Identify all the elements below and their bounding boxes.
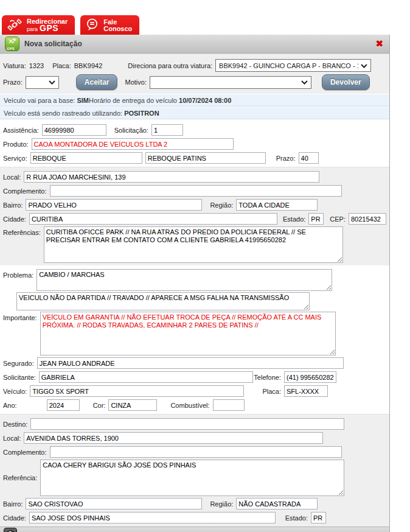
dest-estado-input[interactable] <box>311 512 326 523</box>
origin-complemento-row: Complemento: <box>3 184 386 197</box>
solicitante-label: Solicitante: <box>3 374 36 381</box>
problema-label: Problema: <box>3 269 33 279</box>
telefone-input[interactable] <box>284 371 336 383</box>
chat-icon <box>85 18 99 33</box>
origin-bairro-input[interactable] <box>26 199 202 211</box>
origin-cep-label: CEP: <box>330 215 346 223</box>
dest-cidade-label: Cidade: <box>3 514 26 522</box>
motivo-label: Motivo: <box>125 79 146 86</box>
destino-input[interactable] <box>30 418 344 430</box>
prazo-select-label: Prazo: <box>3 79 23 86</box>
veiculo-input[interactable] <box>30 385 244 397</box>
assistencia-input[interactable] <box>42 124 106 136</box>
aceitar-button[interactable]: Aceitar <box>76 74 118 90</box>
direciona-selected: BBK9942 - GUINCHO CARGA P - BRANCO - 132… <box>219 62 358 69</box>
veiculo-label: Veículo: <box>3 388 27 395</box>
dest-referencia-textarea[interactable] <box>40 460 344 496</box>
details-section: Problema: Importante: Segurado: Solicita… <box>0 265 389 414</box>
segurado-input[interactable] <box>37 357 344 369</box>
ano-row: Ano: Cor: Combustível: <box>3 399 386 411</box>
origin-cidade-label: Cidade: <box>3 215 26 223</box>
prazo-select[interactable] <box>26 76 59 89</box>
dest-complemento-row: Complemento: <box>3 446 386 458</box>
satellite-icon <box>7 18 23 33</box>
solicitacao-label: Solicitação: <box>114 127 148 134</box>
service-section: Assistência: Solicitação: Produto: Servi… <box>0 119 389 167</box>
combustivel-input[interactable] <box>213 399 245 411</box>
origin-regiao-label: Região: <box>210 201 233 209</box>
solicitante-row: Solicitante: Telefone: <box>3 371 386 383</box>
chevron-down-icon <box>49 79 55 86</box>
dest-complemento-input[interactable] <box>50 446 342 458</box>
produto-row: Produto: <box>3 138 386 150</box>
segurado-label: Segurado: <box>3 360 34 367</box>
veiculo-row: Veículo: Placa: <box>3 385 386 397</box>
dest-complemento-label: Complemento: <box>3 449 47 456</box>
placa-label: Placa: <box>52 62 71 69</box>
problema-textarea[interactable] <box>36 269 332 291</box>
destino-row: Destino: <box>3 418 386 430</box>
ano-input[interactable] <box>47 399 80 411</box>
segurado-row: Segurado: <box>3 357 386 369</box>
origin-referencias-textarea[interactable] <box>44 226 343 263</box>
close-icon[interactable]: ✖ <box>375 38 383 49</box>
base-info-text: Veículo vai para a base: SIMHorário de e… <box>4 97 231 104</box>
servico-input-1[interactable] <box>30 152 142 164</box>
tab-contact-line2: Conosco <box>103 25 132 32</box>
produto-input[interactable] <box>32 138 234 150</box>
viatura-value: 1323 <box>29 62 44 69</box>
chevron-down-icon <box>301 79 308 86</box>
devolver-button[interactable]: Devolver <box>322 74 370 90</box>
base-info-bar: Veículo vai para a base: SIMHorário de e… <box>0 94 389 107</box>
dest-cidade-input[interactable] <box>29 512 276 523</box>
dest-cidade-row: Cidade: Estado: <box>3 511 386 524</box>
origin-local-input[interactable] <box>24 171 319 183</box>
motivo-select[interactable] <box>150 76 311 89</box>
tab-redirect-gps[interactable]: Redirecionar para GPS <box>2 15 75 35</box>
dest-regiao-label: Região: <box>210 500 233 508</box>
origin-estado-label: Estado: <box>283 215 305 223</box>
problema-row: Problema: <box>3 269 386 291</box>
dest-bairro-label: Bairro: <box>3 500 23 508</box>
tab-fale-conosco[interactable]: Fale Conosco <box>80 15 139 35</box>
tracking-info-bar: Veículo está sendo rastreado utilizando:… <box>0 107 389 119</box>
nova-solicitacao-dialog: GPS Nova solicitação ✖ Viatura: 1323 Pla… <box>0 35 390 532</box>
top-tabs: Redirecionar para GPS Fale Conosco <box>2 15 139 35</box>
tracking-info-text: Veículo está sendo rastreado utilizando:… <box>4 110 159 117</box>
cor-input[interactable] <box>108 399 157 411</box>
origin-estado-input[interactable] <box>308 213 324 225</box>
tab-gps-line2-big: GPS <box>40 23 58 33</box>
origin-regiao-input[interactable] <box>236 199 318 211</box>
dest-local-input[interactable] <box>24 432 323 444</box>
gps-badge-icon: GPS <box>5 37 19 51</box>
actions-row: Prazo: Aceitar Motivo: Devolver <box>3 73 386 91</box>
dest-bairro-input[interactable] <box>26 498 202 509</box>
origin-cidade-input[interactable] <box>29 213 277 225</box>
servico-row: Serviço: Prazo: <box>3 152 386 164</box>
direciona-label: Direciona para outra viatura: <box>128 62 212 69</box>
servico-input-2[interactable] <box>145 152 266 164</box>
dest-regiao-input[interactable] <box>236 498 318 509</box>
ano-label: Ano: <box>3 402 17 409</box>
origin-complemento-input[interactable] <box>50 185 342 197</box>
dest-local-row: Local: <box>3 432 386 444</box>
direciona-select[interactable]: BBK9942 - GUINCHO CARGA P - BRANCO - 132… <box>215 59 371 72</box>
produto-label: Produto: <box>3 141 29 148</box>
destination-section: Destino: Local: Complemento: Referência:… <box>0 414 389 527</box>
dispatch-section: Viatura: 1323 Placa: BBK9942 Direciona p… <box>0 54 389 94</box>
origin-cep-input[interactable] <box>349 213 386 225</box>
combustivel-label: Combustível: <box>170 402 209 409</box>
dest-referencia-label: Referência: <box>3 474 37 481</box>
solicitacao-input[interactable] <box>151 124 183 136</box>
servico-prazo-input[interactable] <box>299 152 319 164</box>
importante-label: Importante: <box>3 312 37 321</box>
origin-section: Local: Complemento: Bairro: Região: Cida… <box>0 167 389 265</box>
solicitante-input[interactable] <box>39 371 253 383</box>
importante-textarea[interactable] <box>40 312 336 355</box>
origin-complemento-label: Complemento: <box>3 187 47 195</box>
dialog-title: Nova solicitação <box>24 40 82 48</box>
viatura-row: Viatura: 1323 Placa: BBK9942 Direciona p… <box>3 59 386 72</box>
origin-referencias-label: Referências: <box>3 226 41 236</box>
veiculo-placa-input[interactable] <box>284 385 328 397</box>
problema-extra-textarea[interactable] <box>16 292 310 310</box>
